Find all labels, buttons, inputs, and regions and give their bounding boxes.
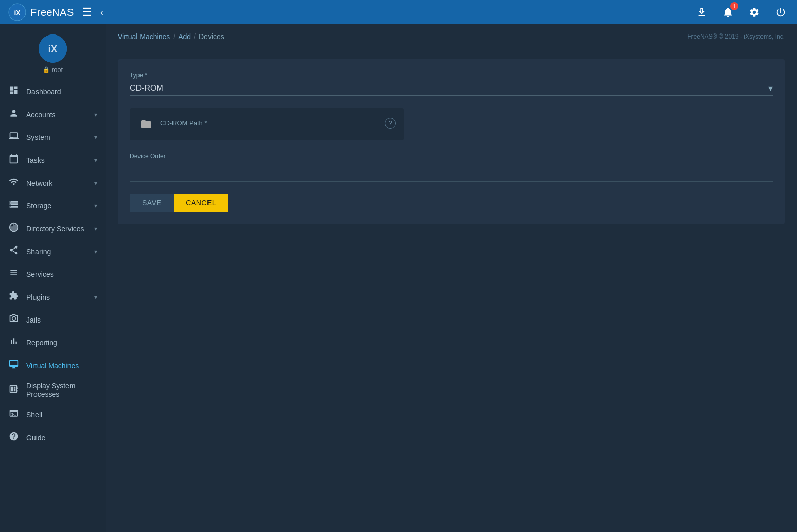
- sidebar-item-dashboard[interactable]: Dashboard: [0, 80, 106, 103]
- breadcrumb-add[interactable]: Add: [178, 32, 191, 41]
- sidebar-item-label: Plugins: [26, 293, 87, 301]
- notification-icon[interactable]: 1: [720, 4, 736, 20]
- sidebar-item-label: Shell: [26, 411, 97, 419]
- power-icon[interactable]: [773, 4, 789, 20]
- header-left: iX FreeNAS ☰ ‹: [8, 3, 103, 21]
- type-field: Type * CD-ROM Disk NIC VNC RAW ▾: [130, 72, 773, 96]
- sidebar-item-reporting[interactable]: Reporting: [0, 331, 106, 354]
- expand-arrow-icon: ▾: [94, 248, 97, 255]
- sidebar-item-label: Directory Services: [26, 225, 87, 233]
- logo-text: FreeNAS: [30, 7, 74, 18]
- user-name-row: 🔒 root: [43, 66, 63, 74]
- jails-icon: [8, 313, 19, 326]
- expand-arrow-icon: ▾: [94, 180, 97, 187]
- form-container: Type * CD-ROM Disk NIC VNC RAW ▾: [118, 59, 785, 224]
- sidebar: iX 🔒 root Dashboard Accounts ▾ System ▾ …: [0, 24, 106, 532]
- sidebar-item-label: Storage: [26, 202, 87, 210]
- hamburger-menu-icon[interactable]: ☰: [82, 6, 92, 19]
- type-select[interactable]: CD-ROM Disk NIC VNC RAW: [130, 81, 773, 96]
- header-icons: 1: [694, 4, 789, 20]
- shell-icon: [8, 408, 19, 421]
- sidebar-item-storage[interactable]: Storage ▾: [0, 194, 106, 217]
- system-icon: [8, 131, 19, 144]
- freenas-logo-icon: iX: [8, 3, 26, 21]
- sidebar-item-virtual-machines[interactable]: Virtual Machines: [0, 354, 106, 377]
- sidebar-item-jails[interactable]: Jails: [0, 308, 106, 331]
- breadcrumb-virtual-machines[interactable]: Virtual Machines: [118, 32, 170, 41]
- sidebar-item-tasks[interactable]: Tasks ▾: [0, 149, 106, 171]
- device-order-label: Device Order: [130, 153, 773, 160]
- plugins-icon: [8, 291, 19, 303]
- sidebar-item-label: Network: [26, 179, 87, 187]
- back-chevron-icon[interactable]: ‹: [100, 7, 103, 18]
- main-content: Virtual Machines / Add / Devices FreeNAS…: [106, 24, 797, 532]
- dashboard-icon: [8, 85, 19, 98]
- sidebar-item-label: System: [26, 133, 87, 141]
- logo-area: iX FreeNAS: [8, 3, 74, 21]
- type-select-wrapper: CD-ROM Disk NIC VNC RAW ▾: [130, 81, 773, 96]
- notification-badge: 1: [730, 2, 738, 10]
- expand-arrow-icon: ▾: [94, 157, 97, 164]
- sidebar-item-label: Virtual Machines: [26, 362, 97, 370]
- directory-services-icon: [8, 222, 19, 235]
- guide-icon: [8, 431, 19, 444]
- save-button[interactable]: SAVE: [130, 194, 174, 212]
- breadcrumb-separator-1: /: [173, 32, 175, 41]
- tasks-icon: [8, 154, 19, 166]
- avatar-initials: iX: [39, 34, 67, 63]
- breadcrumb-separator-2: /: [194, 32, 196, 41]
- expand-arrow-icon: ▾: [94, 294, 97, 301]
- sidebar-item-label: Jails: [26, 316, 97, 324]
- sidebar-item-label: Reporting: [26, 339, 97, 347]
- cancel-button[interactable]: CANCEL: [174, 194, 228, 212]
- sidebar-item-sharing[interactable]: Sharing ▾: [0, 240, 106, 263]
- avatar: iX: [39, 34, 67, 63]
- sidebar-item-label: Tasks: [26, 156, 87, 164]
- sidebar-item-display-system-processes[interactable]: Display System Processes: [0, 377, 106, 403]
- reporting-icon: [8, 336, 19, 349]
- user-area: iX 🔒 root: [0, 24, 106, 80]
- sidebar-item-label: Guide: [26, 434, 97, 442]
- sidebar-item-label: Sharing: [26, 247, 87, 256]
- lock-icon: 🔒: [43, 66, 50, 73]
- expand-arrow-icon: ▾: [94, 202, 97, 209]
- expand-arrow-icon: ▾: [94, 111, 97, 118]
- type-label: Type *: [130, 72, 773, 79]
- sidebar-item-shell[interactable]: Shell: [0, 403, 106, 426]
- storage-icon: [8, 199, 19, 212]
- sidebar-item-directory-services[interactable]: Directory Services ▾: [0, 217, 106, 240]
- copyright-text: FreeNAS® © 2019 - iXsystems, Inc.: [687, 33, 785, 40]
- network-icon: [8, 176, 19, 189]
- sidebar-item-label: Display System Processes: [26, 382, 97, 398]
- sidebar-item-label: Dashboard: [26, 88, 97, 96]
- cdrom-path-box: CD-ROM Path * ?: [130, 108, 404, 140]
- device-order-input[interactable]: [130, 162, 773, 177]
- cdrom-path-input[interactable]: [215, 119, 380, 127]
- sidebar-item-guide[interactable]: Guide: [0, 426, 106, 449]
- cdrom-path-label: CD-ROM Path *: [160, 119, 207, 127]
- expand-arrow-icon: ▾: [94, 225, 97, 232]
- sidebar-item-system[interactable]: System ▾: [0, 126, 106, 149]
- top-header: iX FreeNAS ☰ ‹ 1: [0, 0, 797, 24]
- display-system-processes-icon: [8, 384, 19, 397]
- sidebar-item-network[interactable]: Network ▾: [0, 171, 106, 194]
- settings-icon[interactable]: [746, 4, 763, 20]
- button-row: SAVE CANCEL: [130, 194, 773, 212]
- sidebar-item-accounts[interactable]: Accounts ▾: [0, 103, 106, 126]
- breadcrumb: Virtual Machines / Add / Devices: [118, 32, 224, 41]
- help-icon[interactable]: ?: [385, 118, 396, 129]
- sidebar-item-label: Accounts: [26, 111, 87, 119]
- virtual-machines-icon: [8, 359, 19, 372]
- folder-browse-button[interactable]: [138, 116, 154, 132]
- expand-arrow-icon: ▾: [94, 134, 97, 141]
- sidebar-item-plugins[interactable]: Plugins ▾: [0, 286, 106, 308]
- sidebar-item-label: Services: [26, 270, 97, 278]
- breadcrumb-bar: Virtual Machines / Add / Devices FreeNAS…: [106, 24, 797, 49]
- download-icon[interactable]: [694, 4, 710, 20]
- sharing-icon: [8, 245, 19, 258]
- services-icon: [8, 268, 19, 280]
- breadcrumb-devices: Devices: [199, 32, 224, 41]
- user-name: root: [52, 66, 63, 74]
- sidebar-item-services[interactable]: Services: [0, 263, 106, 286]
- svg-text:iX: iX: [14, 9, 21, 17]
